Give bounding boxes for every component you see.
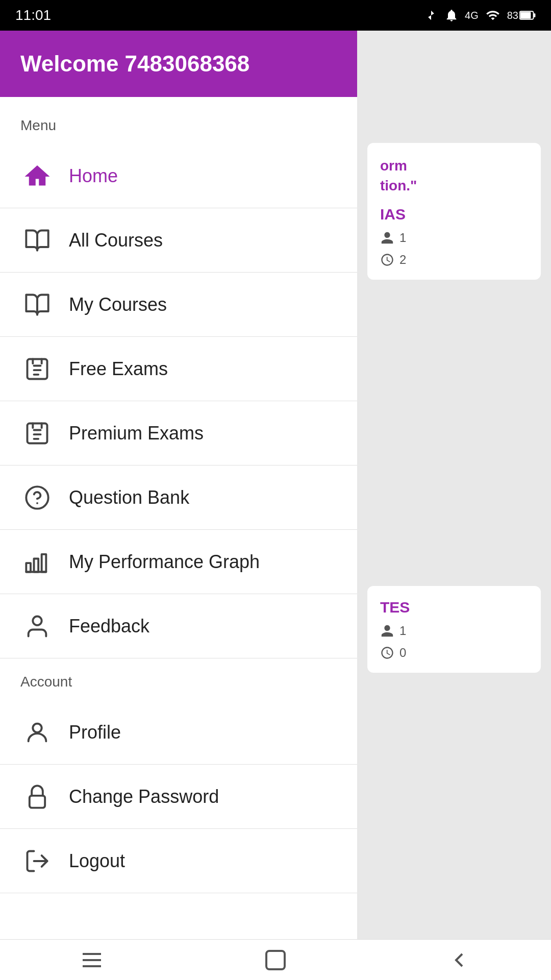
background-card-1: orm tion." IAS 1 2 xyxy=(367,143,541,280)
svg-rect-4 xyxy=(27,423,47,443)
svg-rect-9 xyxy=(41,554,46,572)
bg-card-1-label: IAS xyxy=(380,206,528,223)
menu-item-change-password[interactable]: Change Password xyxy=(0,765,357,829)
bg-card-2-person: 1 xyxy=(380,624,528,638)
menu-item-logout[interactable]: Logout xyxy=(0,829,357,893)
menu-item-profile[interactable]: Profile xyxy=(0,700,357,765)
menu-section-label: Menu xyxy=(0,112,357,144)
premium-exams-label: Premium Exams xyxy=(69,423,204,444)
feedback-label: Feedback xyxy=(69,616,149,637)
menu-item-free-exams[interactable]: Free Exams xyxy=(0,337,357,401)
svg-point-13 xyxy=(33,723,41,732)
bottom-nav xyxy=(0,939,551,980)
nav-back-button[interactable] xyxy=(444,945,474,975)
welcome-header: Welcome 7483068368 xyxy=(0,31,357,97)
bg-card-1-title: orm tion." xyxy=(380,156,528,195)
my-courses-label: My Courses xyxy=(69,294,167,315)
svg-rect-8 xyxy=(34,558,38,572)
performance-graph-icon xyxy=(20,545,54,578)
menu-item-my-courses[interactable]: My Courses xyxy=(0,273,357,337)
menu-item-performance-graph[interactable]: My Performance Graph xyxy=(0,530,357,594)
nav-home-button[interactable] xyxy=(260,945,291,975)
bluetooth-icon xyxy=(424,8,438,22)
change-password-label: Change Password xyxy=(69,786,219,807)
svg-rect-1 xyxy=(520,12,531,19)
free-exams-label: Free Exams xyxy=(69,358,168,380)
signal-icon xyxy=(485,8,501,22)
battery-icon xyxy=(519,11,536,20)
performance-graph-label: My Performance Graph xyxy=(69,551,260,573)
status-icons: 4G 83 xyxy=(424,8,536,22)
bg-card-2-label: TES xyxy=(380,599,528,616)
question-bank-icon xyxy=(20,481,54,514)
svg-rect-7 xyxy=(26,563,31,572)
svg-rect-19 xyxy=(266,951,285,969)
logout-icon xyxy=(20,844,54,877)
status-bar: 11:01 4G 83 xyxy=(0,0,551,31)
logout-label: Logout xyxy=(69,850,125,872)
battery-level: 83 xyxy=(507,10,518,21)
question-bank-label: Question Bank xyxy=(69,487,189,508)
menu-item-premium-exams[interactable]: Premium Exams xyxy=(0,401,357,465)
svg-rect-3 xyxy=(27,359,47,379)
profile-icon xyxy=(20,716,54,749)
notification-icon xyxy=(444,8,459,22)
bg-card-2-time: 0 xyxy=(380,646,528,660)
menu-item-question-bank[interactable]: Question Bank xyxy=(0,465,357,530)
battery-indicator: 83 xyxy=(507,10,536,21)
all-courses-label: All Courses xyxy=(69,230,163,251)
home-label: Home xyxy=(69,165,118,187)
bg-card-1-time: 2 xyxy=(380,253,528,267)
welcome-text: Welcome 7483068368 xyxy=(20,51,249,77)
status-time: 11:01 xyxy=(15,7,51,23)
nav-menu-button[interactable] xyxy=(77,945,107,975)
network-icon: 4G xyxy=(465,10,479,21)
bg-card-1-person: 1 xyxy=(380,231,528,245)
feedback-icon xyxy=(20,609,54,643)
my-courses-icon xyxy=(20,288,54,321)
svg-rect-2 xyxy=(534,13,536,17)
menu-item-home[interactable]: Home xyxy=(0,144,357,208)
free-exams-icon xyxy=(20,352,54,385)
home-icon xyxy=(20,159,54,192)
svg-point-5 xyxy=(26,486,48,508)
svg-point-11 xyxy=(33,616,41,625)
profile-label: Profile xyxy=(69,722,121,743)
premium-exams-icon xyxy=(20,416,54,450)
lock-icon xyxy=(20,780,54,813)
menu-item-feedback[interactable]: Feedback xyxy=(0,594,357,658)
account-section-label: Account xyxy=(0,669,357,700)
svg-rect-14 xyxy=(29,795,44,807)
menu-content: Menu Home All Courses xyxy=(0,97,357,939)
menu-item-all-courses[interactable]: All Courses xyxy=(0,208,357,273)
all-courses-icon xyxy=(20,224,54,257)
background-page: orm tion." IAS 1 2 TES 1 0 xyxy=(357,31,551,939)
background-card-2: TES 1 0 xyxy=(367,586,541,673)
navigation-drawer: Welcome 7483068368 Menu Home All Courses xyxy=(0,31,357,939)
